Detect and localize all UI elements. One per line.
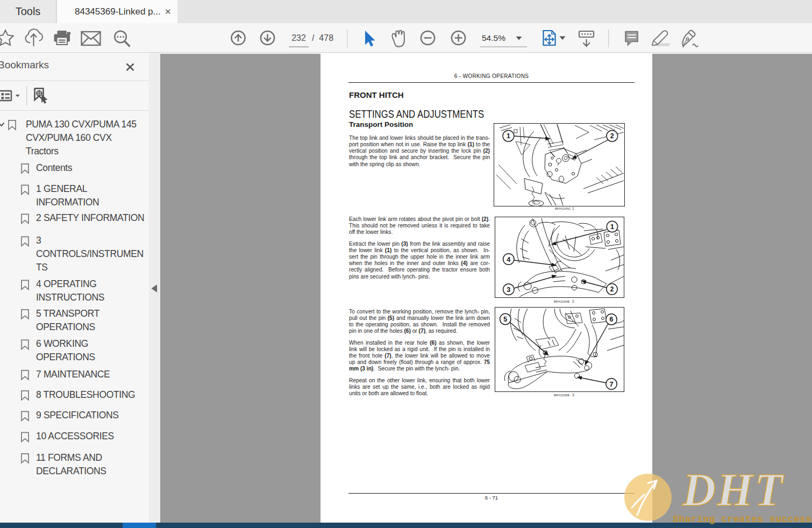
svg-text:6: 6 (609, 316, 613, 323)
svg-text:2: 2 (610, 286, 614, 293)
svg-text:3: 3 (507, 286, 510, 294)
svg-text:1: 1 (610, 223, 614, 231)
svg-text:1: 1 (507, 133, 510, 140)
svg-text:2: 2 (610, 133, 614, 140)
svg-text:7: 7 (609, 380, 613, 388)
svg-text:5: 5 (503, 316, 507, 323)
svg-text:4: 4 (507, 256, 510, 263)
